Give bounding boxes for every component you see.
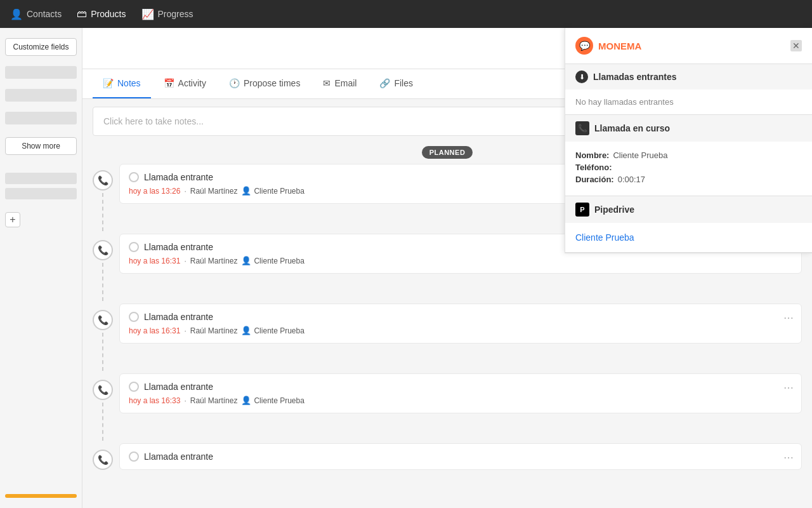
monema-header: 💬 MONEMA ✕ (565, 28, 812, 64)
activity-contact: 👤 Cliente Prueba (241, 186, 304, 196)
activity-time: hoy a las 13:26 (129, 187, 180, 196)
telefono-label: Teléfono: (575, 163, 612, 172)
monema-logo: 💬 MONEMA (575, 37, 641, 55)
en-curso-title: Llamada en curso (594, 123, 670, 133)
phone-icon: 📞 (93, 240, 113, 260)
pipedrive-section: P Pipedrive Cliente Prueba (565, 196, 812, 253)
sidebar-field-row-2 (5, 188, 77, 199)
llamadas-title: Llamadas entrantes (593, 72, 677, 82)
tab-email[interactable]: ✉ Email (313, 69, 367, 98)
activity-icon-col: 📞 (93, 164, 113, 231)
pipedrive-body: Cliente Prueba (565, 223, 812, 252)
dashed-connector (102, 403, 103, 441)
activity-user: Raúl Martínez (190, 257, 238, 265)
nombre-row: Nombre: Cliente Prueba (575, 150, 802, 160)
dashed-connector (102, 333, 103, 371)
activity-icon-col: 📞 (93, 234, 113, 301)
tab-notes[interactable]: 📝 Notes (93, 69, 151, 98)
activity-status-circle[interactable] (129, 172, 139, 182)
activity-meta: hoy a las 16:31 · Raúl Martínez 👤 Client… (129, 256, 792, 265)
activity-meta: hoy a las 16:31 · Raúl Martínez 👤 Client… (129, 326, 792, 335)
activity-contact: 👤 Cliente Prueba (241, 256, 304, 265)
activity-card: ⋯ Llamada entrante hoy a las 16:31 · Raú… (119, 304, 802, 344)
activity-icon-col: 📞 (93, 373, 113, 441)
activity-user: Raúl Martínez (190, 187, 238, 196)
activity-meta: hoy a las 16:33 · Raúl Martínez 👤 Client… (129, 396, 792, 405)
sidebar-field-3 (5, 112, 77, 124)
dashed-connector (102, 263, 103, 301)
tab-files[interactable]: 🔗 Files (369, 69, 423, 98)
activity-card: ⋯ Llamada entrante (119, 443, 802, 470)
activity-user: Raúl Martínez (190, 396, 238, 405)
show-more-button[interactable]: Show more (5, 137, 77, 155)
llamadas-entrantes-section: ⬇ Llamadas entrantes No hay llamadas ent… (565, 64, 812, 115)
pipedrive-contact-link[interactable]: Cliente Prueba (575, 232, 634, 243)
phone-in-call-icon: 📞 (575, 121, 589, 135)
llamadas-header: ⬇ Llamadas entrantes (565, 64, 812, 90)
phone-icon: 📞 (93, 170, 113, 190)
activity-time: hoy a las 16:33 (129, 396, 180, 405)
monema-title: MONEMA (598, 41, 641, 51)
nombre-value: Cliente Prueba (613, 150, 667, 160)
duracion-row: Duración: 0:00:17 (575, 175, 802, 184)
phone-icon: 📞 (93, 310, 113, 330)
top-navigation: 👤 Contacts 🗃 Products 📈 Progress (0, 0, 812, 28)
nombre-label: Nombre: (575, 150, 609, 160)
propose-times-tab-icon: 🕐 (229, 78, 240, 88)
nav-contacts[interactable]: 👤 Contacts (10, 8, 62, 20)
sidebar-field-2 (5, 89, 77, 102)
sidebar-field-group (5, 173, 77, 199)
activity-row: 📞 ⋯ Llamada entrante (93, 443, 802, 475)
tab-activity[interactable]: 📅 Activity (154, 69, 216, 98)
tab-propose-times[interactable]: 🕐 Propose times (219, 69, 310, 98)
llamadas-body: No hay llamadas entrantes (565, 90, 812, 114)
activity-row: 📞 ⋯ Llamada entrante hoy a las 16:31 · R… (93, 304, 802, 371)
pipedrive-icon: P (575, 203, 589, 217)
monema-popup: 💬 MONEMA ✕ ⬇ Llamadas entrantes No hay l… (565, 28, 812, 253)
sidebar-field-row-1 (5, 173, 77, 184)
more-options-button[interactable]: ⋯ (783, 312, 794, 324)
activity-contact: 👤 Cliente Prueba (241, 326, 304, 335)
progress-bar (5, 494, 77, 498)
person-icon: 👤 (241, 326, 251, 335)
phone-icon: 📞 (93, 450, 113, 470)
email-tab-icon: ✉ (323, 78, 331, 88)
main-layout: Customize fields Show more + 💬 Raúl Mart… (0, 28, 812, 508)
person-icon: 👤 (241, 396, 251, 405)
nav-products[interactable]: 🗃 Products (77, 8, 126, 20)
activity-time: hoy a las 16:31 (129, 326, 180, 335)
activity-status-circle[interactable] (129, 312, 139, 322)
activity-icon-col: 📞 (93, 443, 113, 470)
activity-tab-icon: 📅 (164, 78, 174, 88)
telefono-row: Teléfono: (575, 163, 802, 172)
contacts-icon: 👤 (10, 8, 23, 20)
dashed-connector (102, 193, 103, 231)
close-button[interactable]: ✕ (790, 40, 802, 51)
planned-label: PLANNED (422, 146, 473, 159)
llamada-en-curso-section: 📞 Llamada en curso Nombre: Cliente Prueb… (565, 115, 812, 196)
monema-bubble-icon: 💬 (575, 37, 593, 55)
more-options-button[interactable]: ⋯ (783, 451, 794, 464)
activity-status-circle[interactable] (129, 382, 139, 392)
activity-user: Raúl Martínez (190, 326, 238, 335)
pipedrive-title: Pipedrive (594, 204, 634, 215)
activity-icon-col: 📞 (93, 304, 113, 371)
left-sidebar: Customize fields Show more + (0, 28, 82, 508)
activity-card: ⋯ Llamada entrante hoy a las 16:33 · Raú… (119, 373, 802, 413)
en-curso-body: Nombre: Cliente Prueba Teléfono: Duració… (565, 142, 812, 196)
more-options-button[interactable]: ⋯ (783, 382, 794, 394)
activity-status-circle[interactable] (129, 451, 139, 462)
add-button[interactable]: + (5, 212, 20, 227)
activity-title: Llamada entrante (129, 451, 792, 462)
customize-fields-button[interactable]: Customize fields (5, 38, 77, 56)
activity-title: Llamada entrante (129, 382, 792, 392)
duracion-label: Duración: (575, 175, 614, 184)
llamadas-icon: ⬇ (575, 70, 588, 83)
activity-time: hoy a las 16:31 (129, 257, 180, 265)
duracion-value: 0:00:17 (618, 175, 645, 184)
nav-progress[interactable]: 📈 Progress (141, 8, 193, 20)
activity-status-circle[interactable] (129, 242, 139, 252)
pipedrive-header: P Pipedrive (565, 196, 812, 223)
sidebar-field-1 (5, 66, 77, 79)
phone-icon: 📞 (93, 380, 113, 400)
